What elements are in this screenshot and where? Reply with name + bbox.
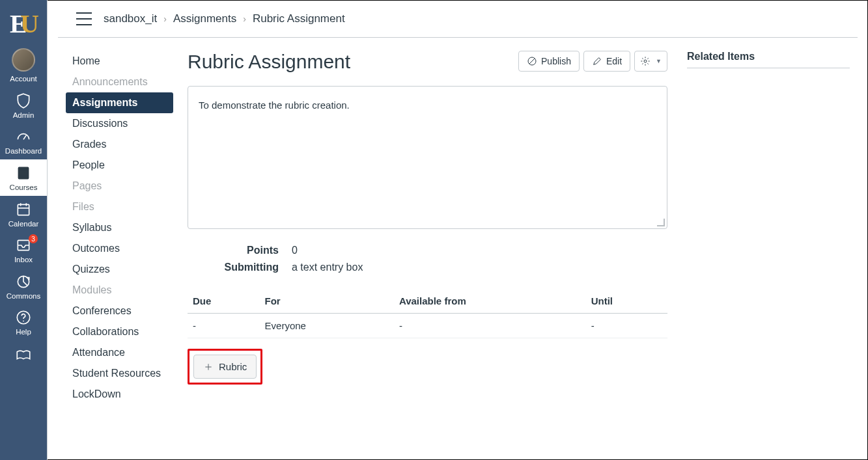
rubric-highlight: Rubric xyxy=(188,349,262,385)
unpublish-icon xyxy=(527,56,537,66)
toolbar: Publish Edit ▼ xyxy=(518,51,667,72)
chevron-right-icon: › xyxy=(243,14,246,24)
col-for: For xyxy=(260,289,394,314)
cell-available: - xyxy=(394,314,586,338)
avatar xyxy=(12,48,35,72)
svg-line-15 xyxy=(529,59,535,64)
course-nav-people[interactable]: People xyxy=(66,155,173,176)
library-icon xyxy=(15,345,32,362)
book-icon xyxy=(15,165,32,182)
nav-courses[interactable]: Courses xyxy=(0,159,47,196)
edit-button[interactable]: Edit xyxy=(583,51,630,72)
assignment-description: To demonstrate the rubric creation. xyxy=(188,86,667,229)
edit-label: Edit xyxy=(606,56,622,66)
course-nav-grades[interactable]: Grades xyxy=(66,134,173,155)
chevron-right-icon: › xyxy=(163,14,167,24)
page-top: Rubric Assignment Publish Edit ▼ xyxy=(188,51,667,73)
breadcrumb-section[interactable]: Assignments xyxy=(173,12,236,25)
nav-library[interactable] xyxy=(0,340,47,362)
course-nav-files[interactable]: Files xyxy=(66,196,173,217)
course-nav-syllabus[interactable]: Syllabus xyxy=(66,217,173,238)
nav-account[interactable]: Account xyxy=(0,43,47,87)
svg-point-16 xyxy=(644,60,647,62)
nav-label: Inbox xyxy=(14,256,33,264)
course-nav-student-resources[interactable]: Student Resources xyxy=(66,363,173,384)
main-area: sandbox_it › Assignments › Rubric Assign… xyxy=(47,0,868,460)
rubric-button-label: Rubric xyxy=(219,361,247,372)
course-nav: Home Announcements Assignments Discussio… xyxy=(66,51,173,405)
cell-due: - xyxy=(188,314,260,338)
table-row: - Everyone - - xyxy=(188,314,667,338)
hamburger-menu[interactable] xyxy=(76,12,92,25)
shield-icon xyxy=(15,92,32,109)
settings-menu-button[interactable]: ▼ xyxy=(634,51,667,72)
course-nav-assignments[interactable]: Assignments xyxy=(66,92,173,113)
svg-line-2 xyxy=(23,135,26,140)
course-nav-discussions[interactable]: Discussions xyxy=(66,113,173,134)
caret-down-icon: ▼ xyxy=(656,58,662,64)
main-content: Rubric Assignment Publish Edit ▼ xyxy=(173,51,687,405)
breadcrumb-course[interactable]: sandbox_it xyxy=(104,12,157,25)
nav-dashboard[interactable]: Dashboard xyxy=(0,123,47,159)
course-nav-quizzes[interactable]: Quizzes xyxy=(66,259,173,280)
global-nav: E U Account Admin Dashboard Courses Cale… xyxy=(0,0,47,460)
cell-for: Everyone xyxy=(260,314,394,338)
svg-rect-3 xyxy=(18,167,28,178)
nav-label: Dashboard xyxy=(5,147,42,156)
nav-inbox[interactable]: 3 Inbox xyxy=(0,232,47,268)
page-title: Rubric Assignment xyxy=(188,51,350,73)
breadcrumb-current: Rubric Assignment xyxy=(253,12,345,25)
points-value: 0 xyxy=(292,245,667,256)
nav-admin[interactable]: Admin xyxy=(0,87,47,124)
course-nav-conferences[interactable]: Conferences xyxy=(66,301,173,321)
course-nav-collaborations[interactable]: Collaborations xyxy=(66,321,173,342)
nav-label: Admin xyxy=(13,111,35,120)
course-nav-modules[interactable]: Modules xyxy=(66,280,173,301)
nav-help[interactable]: Help xyxy=(0,304,47,340)
submitting-label: Submitting xyxy=(188,262,292,273)
description-text: To demonstrate the rubric creation. xyxy=(199,100,350,111)
nav-label: Courses xyxy=(10,183,38,192)
col-due: Due xyxy=(188,289,260,314)
course-nav-announcements[interactable]: Announcements xyxy=(66,72,173,92)
svg-text:U: U xyxy=(20,9,39,38)
course-nav-pages[interactable]: Pages xyxy=(66,176,173,196)
gear-icon xyxy=(640,56,651,66)
logo-icon: E U xyxy=(7,5,40,38)
commons-icon xyxy=(15,273,32,290)
gauge-icon xyxy=(15,128,32,145)
submitting-value: a text entry box xyxy=(292,262,667,273)
points-label: Points xyxy=(188,245,292,256)
course-nav-home[interactable]: Home xyxy=(66,51,173,72)
calendar-icon xyxy=(15,201,32,218)
nav-label: Calendar xyxy=(8,220,39,228)
cell-until: - xyxy=(586,314,667,338)
col-until: Until xyxy=(586,289,667,314)
assignment-details: Points 0 Submitting a text entry box xyxy=(188,245,667,273)
course-nav-outcomes[interactable]: Outcomes xyxy=(66,238,173,259)
course-nav-attendance[interactable]: Attendance xyxy=(66,342,173,363)
plus-icon xyxy=(203,362,214,372)
institution-logo[interactable]: E U xyxy=(0,0,47,43)
course-nav-lockdown[interactable]: LockDown xyxy=(66,384,173,405)
help-icon xyxy=(15,309,32,326)
related-items-heading: Related Items xyxy=(687,51,850,68)
svg-point-13 xyxy=(23,321,24,322)
due-dates-table: Due For Available from Until - Everyone … xyxy=(188,289,667,338)
col-available: Available from xyxy=(394,289,586,314)
content-wrap: Home Announcements Assignments Discussio… xyxy=(48,38,868,405)
header: sandbox_it › Assignments › Rubric Assign… xyxy=(58,0,858,38)
publish-button[interactable]: Publish xyxy=(518,51,580,72)
svg-rect-6 xyxy=(18,204,29,215)
pencil-icon xyxy=(592,56,602,66)
publish-label: Publish xyxy=(541,56,571,66)
nav-commons[interactable]: Commons xyxy=(0,268,47,304)
nav-calendar[interactable]: Calendar xyxy=(0,196,47,232)
nav-label: Commons xyxy=(7,292,40,301)
nav-label: Help xyxy=(16,328,31,336)
breadcrumb: sandbox_it › Assignments › Rubric Assign… xyxy=(104,12,345,25)
right-sidebar: Related Items xyxy=(687,51,850,405)
nav-label: Account xyxy=(10,75,37,83)
inbox-badge: 3 xyxy=(29,234,38,243)
add-rubric-button[interactable]: Rubric xyxy=(193,355,257,379)
